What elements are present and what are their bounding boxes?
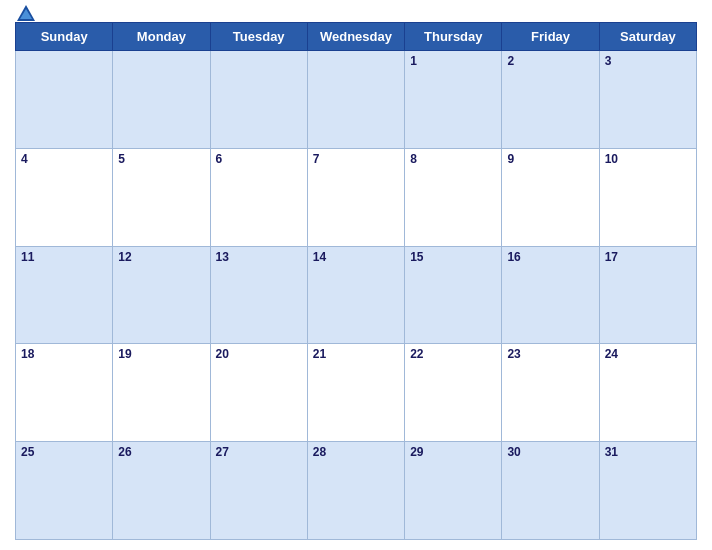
day-header-tuesday: Tuesday: [210, 23, 307, 51]
calendar-cell: 4: [16, 148, 113, 246]
day-number: 3: [605, 54, 612, 68]
day-number: 17: [605, 250, 618, 264]
calendar-table: SundayMondayTuesdayWednesdayThursdayFrid…: [15, 22, 697, 540]
day-number: 7: [313, 152, 320, 166]
calendar-cell: 12: [113, 246, 210, 344]
day-number: 31: [605, 445, 618, 459]
day-number: 11: [21, 250, 34, 264]
calendar-cell: 5: [113, 148, 210, 246]
day-number: 14: [313, 250, 326, 264]
calendar-cell: 27: [210, 442, 307, 540]
day-header-thursday: Thursday: [405, 23, 502, 51]
day-number: 4: [21, 152, 28, 166]
day-number: 18: [21, 347, 34, 361]
calendar-header-row: SundayMondayTuesdayWednesdayThursdayFrid…: [16, 23, 697, 51]
calendar-cell: 24: [599, 344, 696, 442]
day-header-friday: Friday: [502, 23, 599, 51]
day-number: 10: [605, 152, 618, 166]
day-number: 20: [216, 347, 229, 361]
calendar-week-5: 25262728293031: [16, 442, 697, 540]
day-number: 15: [410, 250, 423, 264]
day-number: 1: [410, 54, 417, 68]
calendar-week-3: 11121314151617: [16, 246, 697, 344]
day-number: 9: [507, 152, 514, 166]
calendar-cell: 10: [599, 148, 696, 246]
calendar-cell: 3: [599, 51, 696, 149]
logo: [15, 3, 40, 25]
day-number: 16: [507, 250, 520, 264]
day-number: 25: [21, 445, 34, 459]
calendar-cell: 15: [405, 246, 502, 344]
calendar-cell: [307, 51, 404, 149]
calendar-cell: 17: [599, 246, 696, 344]
day-header-monday: Monday: [113, 23, 210, 51]
calendar-cell: 16: [502, 246, 599, 344]
calendar-cell: 21: [307, 344, 404, 442]
calendar-cell: 8: [405, 148, 502, 246]
calendar-cell: 31: [599, 442, 696, 540]
day-number: 27: [216, 445, 229, 459]
calendar-cell: 7: [307, 148, 404, 246]
calendar-week-2: 45678910: [16, 148, 697, 246]
calendar-cell: [210, 51, 307, 149]
calendar-cell: 13: [210, 246, 307, 344]
day-number: 23: [507, 347, 520, 361]
day-number: 29: [410, 445, 423, 459]
calendar-cell: 2: [502, 51, 599, 149]
day-number: 2: [507, 54, 514, 68]
calendar-cell: [113, 51, 210, 149]
day-number: 12: [118, 250, 131, 264]
day-number: 24: [605, 347, 618, 361]
calendar-cell: 11: [16, 246, 113, 344]
calendar-cell: 28: [307, 442, 404, 540]
calendar-cell: 14: [307, 246, 404, 344]
calendar-cell: [16, 51, 113, 149]
calendar-cell: 30: [502, 442, 599, 540]
calendar-cell: 20: [210, 344, 307, 442]
day-number: 28: [313, 445, 326, 459]
day-number: 19: [118, 347, 131, 361]
day-number: 5: [118, 152, 125, 166]
calendar-cell: 18: [16, 344, 113, 442]
day-number: 26: [118, 445, 131, 459]
day-number: 8: [410, 152, 417, 166]
day-number: 30: [507, 445, 520, 459]
calendar-cell: 29: [405, 442, 502, 540]
day-header-sunday: Sunday: [16, 23, 113, 51]
calendar-cell: 9: [502, 148, 599, 246]
calendar-week-4: 18192021222324: [16, 344, 697, 442]
calendar-body: 1234567891011121314151617181920212223242…: [16, 51, 697, 540]
day-number: 21: [313, 347, 326, 361]
calendar-cell: 6: [210, 148, 307, 246]
day-number: 22: [410, 347, 423, 361]
day-number: 6: [216, 152, 223, 166]
calendar-week-1: 123: [16, 51, 697, 149]
calendar-cell: 23: [502, 344, 599, 442]
calendar-cell: 25: [16, 442, 113, 540]
calendar-cell: 22: [405, 344, 502, 442]
calendar-cell: 19: [113, 344, 210, 442]
calendar-cell: 1: [405, 51, 502, 149]
day-number: 13: [216, 250, 229, 264]
day-header-saturday: Saturday: [599, 23, 696, 51]
day-header-wednesday: Wednesday: [307, 23, 404, 51]
calendar-header: [15, 10, 697, 18]
calendar-cell: 26: [113, 442, 210, 540]
logo-icon: [15, 3, 37, 25]
